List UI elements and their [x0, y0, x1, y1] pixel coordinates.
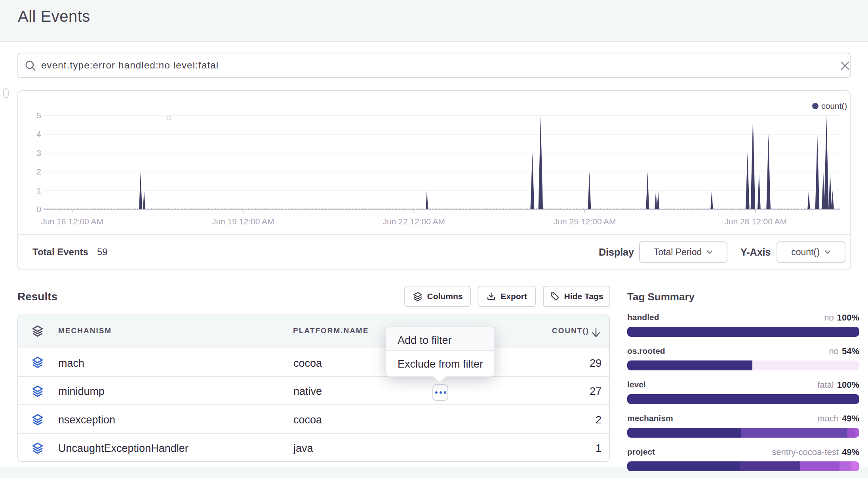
svg-text:Jun 19 12:00 AM: Jun 19 12:00 AM — [212, 217, 274, 226]
svg-text:0: 0 — [36, 205, 41, 214]
svg-text:5: 5 — [36, 111, 41, 120]
svg-text:4: 4 — [36, 129, 41, 138]
svg-text:1: 1 — [36, 186, 41, 195]
svg-text:Jun 22 12:00 AM: Jun 22 12:00 AM — [383, 217, 445, 226]
svg-text:Jun 25 12:00 AM: Jun 25 12:00 AM — [554, 217, 616, 226]
svg-text:2: 2 — [36, 167, 41, 176]
svg-text:3: 3 — [36, 148, 41, 157]
svg-text:Jun 16 12:00 AM: Jun 16 12:00 AM — [41, 217, 103, 226]
svg-text:count(): count() — [821, 101, 847, 110]
svg-text:Jun 28 12:00 AM: Jun 28 12:00 AM — [724, 217, 787, 226]
